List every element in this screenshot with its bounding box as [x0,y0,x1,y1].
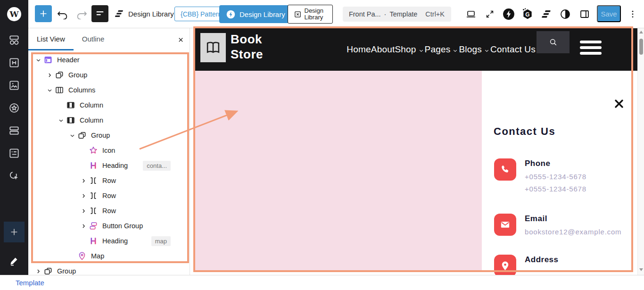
chevron-down-icon [419,48,424,53]
list-view-item-map[interactable]: Map [28,249,190,264]
contact-label: Email [525,214,621,224]
nav-item-shop[interactable]: Shop [395,44,424,55]
contact-value: +0555-1234-5678 [525,185,586,193]
document-type: Template [389,10,417,18]
anchor-badge: map [151,236,171,246]
design-library-primary-button[interactable]: Design Library [219,5,292,23]
stackable-s-button[interactable] [538,7,554,21]
list-view-item-columns[interactable]: Columns [28,83,190,98]
tab-outline[interactable]: Outline [74,28,113,50]
chevron-down-icon[interactable] [33,56,43,64]
contact-label: Phone [525,159,586,168]
list-view-item-column[interactable]: Column [28,98,190,113]
site-title[interactable]: Book Store [231,32,263,62]
rows-icon[interactable] [0,121,28,140]
list-view-item-button-group[interactable]: Button Group [28,218,190,233]
list-view-item-group[interactable]: Group [28,128,190,143]
pencil-icon[interactable] [0,251,28,270]
nav-item-contact-us[interactable]: Contact Us [490,44,536,55]
chevron-down-icon[interactable] [56,116,66,124]
canvas-column-block[interactable] [195,71,482,272]
anchor-badge: conta... [143,161,171,171]
close-list-view-button[interactable] [176,35,185,44]
site-logo[interactable] [200,33,226,62]
search-button[interactable] [537,31,570,53]
site-navigation: HomeAboutShopPagesBlogsContact Us [347,28,536,71]
list-view-item-row[interactable]: Row [28,188,190,203]
scroll-down-arrow[interactable] [639,268,643,271]
design-library-outlined-button[interactable]: Design Library [288,5,333,24]
list-view-item-group[interactable]: Group [28,67,190,83]
list-view-item-header[interactable]: Header [28,52,190,67]
contact-close-button[interactable] [613,98,626,110]
form-icon[interactable] [0,144,28,163]
contact-row-phone[interactable]: Phone+0555-1234-5678+0555-1234-5678 [494,158,586,193]
list-view-item-row[interactable]: Row [28,173,190,188]
list-view-item-group[interactable]: Group [28,264,190,275]
chevron-down-icon[interactable] [67,132,77,139]
list-view-item-column[interactable]: Column [28,113,190,128]
chevron-right-icon[interactable] [78,192,89,199]
command-palette[interactable]: Front Pa... · Template Ctrl+K [343,7,451,22]
settings-sidebar-toggle[interactable] [577,7,593,21]
chevron-right-icon[interactable] [78,177,89,184]
row-block-icon [89,176,98,185]
list-view-tabs: List View Outline [28,28,190,50]
list-view-item-heading[interactable]: Headingmap [28,233,190,249]
block-inserter-button[interactable] [35,5,52,22]
chevron-right-icon[interactable] [44,71,55,79]
save-button[interactable]: Save [597,5,621,22]
add-icon[interactable] [4,222,25,242]
group-block-icon [43,266,53,275]
block-label: Group [91,132,110,139]
admin-rail: W [0,0,28,275]
hamburger-menu-button[interactable] [580,41,602,55]
list-view-panel: List View Outline HeaderGroupColumnsColu… [28,28,190,275]
chevron-right-icon[interactable] [33,267,43,275]
nav-item-home[interactable]: Home [347,44,371,55]
generate-hexagon-button[interactable]: G [520,7,536,21]
nav-item-blogs[interactable]: Blogs [459,44,490,55]
heading-block-icon[interactable] [0,53,28,72]
nav-item-about[interactable]: About [371,44,395,55]
list-view-toggle-button[interactable] [91,5,108,22]
contact-row-email[interactable]: Emailbookstore12@example.com [494,214,621,236]
canvas-scrollbar[interactable] [637,28,644,275]
tab-list-view[interactable]: List View [28,28,74,50]
scrollbar-thumb[interactable] [639,39,643,55]
image-icon[interactable] [0,76,28,95]
block-label: Column [80,101,103,109]
stackable-design-library-menu[interactable]: Design Library [114,7,174,21]
list-view-item-row[interactable]: Row [28,203,190,218]
nav-item-pages[interactable]: Pages [425,44,459,55]
options-menu-button[interactable] [627,6,638,22]
list-view-item-icon[interactable]: Icon [28,143,190,158]
list-view-item-heading[interactable]: Headingconta... [28,158,190,173]
wordpress-logo[interactable]: W [0,0,28,28]
contact-row-address[interactable]: Address [494,255,559,275]
editor-footer: Template [0,275,644,290]
scroll-up-arrow[interactable] [639,31,643,33]
star-circle-icon[interactable] [0,99,28,117]
chevron-down-icon[interactable] [44,86,55,94]
redo-button[interactable] [74,8,89,21]
laptop-icon [465,8,477,20]
stackable-bolt-button[interactable] [501,7,517,21]
chevron-right-icon[interactable] [78,222,89,230]
click-select-icon[interactable] [0,166,28,185]
contrast-toggle-button[interactable] [557,7,573,21]
preview-device-button[interactable] [463,7,479,21]
undo-button[interactable] [56,8,70,21]
editor-canvas: Book Store HomeAboutShopPagesBlogsContac… [190,28,637,275]
row-block-icon [89,191,98,200]
star-block-icon [89,146,98,155]
close-icon [613,98,625,109]
site-header-block[interactable]: Book Store HomeAboutShopPagesBlogsContac… [195,28,637,71]
g-hexagon-icon: G [521,8,534,20]
breadcrumb-template[interactable]: Template [16,279,44,287]
fullscreen-button[interactable] [482,7,498,21]
row-block-icon [89,206,98,215]
sidebar-panel-icon [579,8,590,20]
blocks-icon[interactable] [0,31,28,50]
chevron-right-icon[interactable] [78,207,89,215]
